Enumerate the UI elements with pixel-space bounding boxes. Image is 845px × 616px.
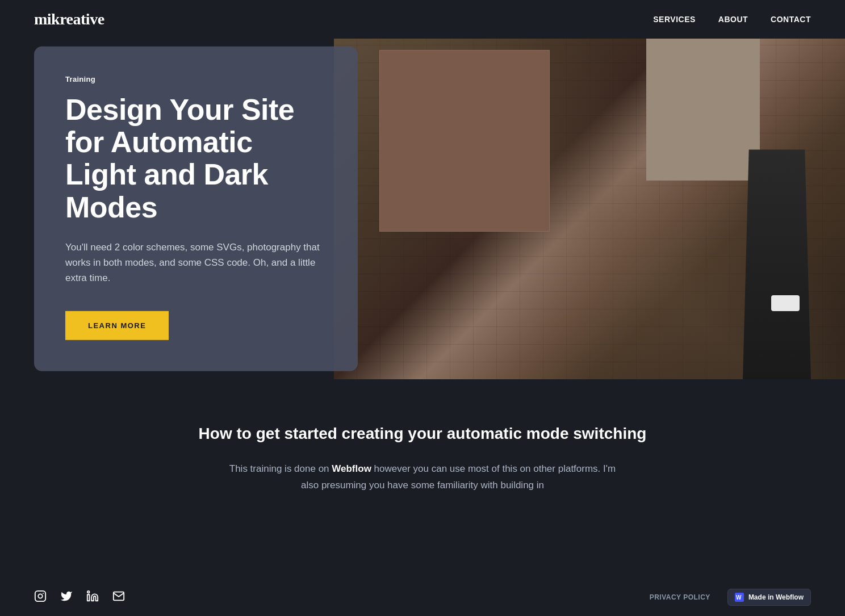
twitter-link[interactable] xyxy=(60,590,73,605)
header: mikreative SERVICES ABOUT CONTACT xyxy=(0,0,845,39)
content-body-text1: This training is done on xyxy=(229,463,332,474)
hero-image-inner xyxy=(334,39,845,379)
webflow-logo-icon: W xyxy=(735,593,744,602)
svg-point-1 xyxy=(38,594,42,598)
linkedin-icon xyxy=(86,590,99,602)
logo[interactable]: mikreative xyxy=(34,10,104,28)
hero-description: You'll need 2 color schemes, some SVGs, … xyxy=(65,240,327,286)
building-element-2 xyxy=(646,39,760,181)
svg-point-2 xyxy=(43,593,44,594)
nav-about[interactable]: ABOUT xyxy=(718,15,748,24)
hero-background-image xyxy=(334,39,845,379)
instagram-icon xyxy=(34,590,47,602)
content-section: How to get started creating your automat… xyxy=(0,379,845,528)
social-links xyxy=(34,590,125,605)
linkedin-link[interactable] xyxy=(86,590,99,605)
webflow-badge-text: Made in Webflow xyxy=(748,593,804,601)
privacy-policy-link[interactable]: PRIVACY POLICY xyxy=(650,593,710,601)
building-element-1 xyxy=(379,50,550,232)
svg-rect-0 xyxy=(35,590,45,601)
hero-title: Design Your Site for Automatic Light and… xyxy=(65,94,327,224)
nav-contact[interactable]: CONTACT xyxy=(771,15,811,24)
email-link[interactable] xyxy=(112,590,125,605)
footer-right: PRIVACY POLICY W Made in Webflow xyxy=(650,589,811,606)
instagram-link[interactable] xyxy=(34,590,47,605)
twitter-icon xyxy=(60,590,73,602)
webflow-badge[interactable]: W Made in Webflow xyxy=(727,589,811,606)
content-body-bold: Webflow xyxy=(332,463,371,474)
learn-more-button[interactable]: LEARN MORE xyxy=(65,311,169,340)
svg-point-4 xyxy=(87,590,90,593)
hero-card: Training Design Your Site for Automatic … xyxy=(34,47,358,371)
svg-text:W: W xyxy=(736,594,742,601)
content-body: This training is done on Webflow however… xyxy=(224,461,621,494)
hero-section: Training Design Your Site for Automatic … xyxy=(0,39,845,379)
nav: SERVICES ABOUT CONTACT xyxy=(653,15,811,24)
content-heading: How to get started creating your automat… xyxy=(114,425,731,443)
road-element xyxy=(743,149,811,379)
nav-services[interactable]: SERVICES xyxy=(653,15,696,24)
svg-rect-3 xyxy=(87,594,90,601)
car-element xyxy=(771,295,800,311)
hero-tag: Training xyxy=(65,75,327,83)
email-icon xyxy=(112,590,125,602)
footer: PRIVACY POLICY W Made in Webflow xyxy=(0,579,845,616)
